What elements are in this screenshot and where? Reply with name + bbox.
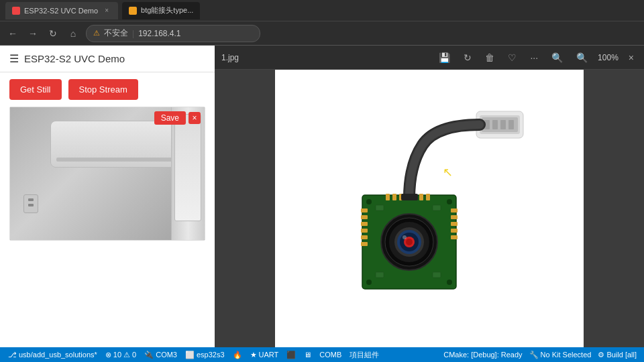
preview-close-button[interactable]: × (189, 112, 201, 124)
uart-icon: ★ (250, 351, 257, 359)
panel-title: ESP32-S2 UVC Demo (24, 53, 125, 64)
image-background: ↖ (275, 70, 584, 347)
button-row: Get Still Stop Stream (0, 72, 215, 107)
svg-rect-20 (451, 222, 458, 226)
svg-rect-42 (433, 272, 441, 278)
svg-rect-16 (361, 235, 368, 239)
svg-rect-28 (419, 194, 423, 200)
wall-outlet (23, 194, 38, 213)
status-flame[interactable]: 🔥 (229, 347, 246, 362)
toolbar-save-button[interactable]: 💾 (435, 51, 453, 64)
outlet-holes (24, 195, 38, 210)
flame-icon: 🔥 (233, 351, 242, 359)
image-canvas: ↖ (215, 70, 644, 347)
hamburger-icon[interactable]: ☰ (9, 52, 19, 65)
svg-rect-18 (451, 208, 458, 213)
address-input[interactable]: ⚠ 不安全 | 192.168.4.1 (86, 25, 260, 42)
svg-point-38 (402, 235, 407, 239)
right-panel: 1.jpg 💾 ↻ 🗑 ♡ ··· 🔍 🔍 100% × (215, 46, 644, 347)
tab-close-esp32[interactable]: × (102, 6, 111, 15)
git-branch-label: usb/add_usb_solutions* (19, 351, 97, 359)
status-build[interactable]: ⚙ Build [all] (594, 347, 640, 362)
status-bar: ⎇ usb/add_usb_solutions* ⊗ 10 ⚠ 0 🔌 COM3… (0, 347, 644, 362)
chip-label: esp32s3 (197, 351, 225, 359)
svg-rect-19 (451, 215, 458, 219)
status-monitor[interactable]: 🖥 (300, 347, 315, 362)
plug-icon: 🔌 (144, 351, 154, 359)
svg-rect-14 (361, 222, 368, 226)
image-toolbar: 1.jpg 💾 ↻ 🗑 ♡ ··· 🔍 🔍 100% × (215, 46, 644, 70)
status-uart[interactable]: ★ UART (246, 347, 283, 362)
svg-rect-23 (386, 194, 390, 200)
error-count: 10 (113, 351, 121, 359)
status-items[interactable]: 項目組件 (345, 347, 383, 362)
terminal-icon: ⬛ (286, 351, 296, 359)
toolbar-zoom-out-button[interactable]: 🔍 (548, 51, 566, 64)
status-git[interactable]: ⎇ usb/add_usb_solutions* (4, 347, 101, 362)
status-comb[interactable]: COMB (315, 347, 345, 362)
svg-point-11 (447, 280, 452, 285)
forward-button[interactable]: → (25, 26, 40, 41)
warning-label: 不安全 (104, 27, 128, 39)
back-button[interactable]: ← (5, 26, 20, 41)
ac-unit (50, 121, 191, 168)
get-still-button[interactable]: Get Still (9, 79, 62, 100)
save-button[interactable]: Save (154, 111, 186, 125)
warning-icon: ⚠ (93, 29, 100, 38)
svg-rect-15 (361, 229, 368, 233)
warning-icon-status: ⚠ (123, 351, 130, 359)
svg-rect-12 (361, 208, 368, 213)
stop-stream-button[interactable]: Stop Stream (68, 79, 138, 100)
warning-count: 0 (132, 351, 136, 359)
browser-tab-bar: ESP32-S2 UVC Demo × btg能接头type... (0, 0, 644, 21)
toolbar-rotate-button[interactable]: ↻ (460, 51, 475, 64)
svg-rect-29 (426, 194, 430, 200)
svg-rect-22 (451, 235, 458, 239)
chip-icon: ⬜ (185, 351, 195, 359)
svg-rect-17 (361, 242, 368, 246)
toolbar-zoom-in-button[interactable]: 🔍 (573, 51, 591, 64)
address-bar-row: ← → ↻ ⌂ ⚠ 不安全 | 192.168.4.1 (0, 21, 644, 46)
address-text: 192.168.4.1 (138, 29, 180, 38)
error-icon: ⊗ (105, 351, 111, 359)
svg-rect-24 (392, 194, 396, 200)
git-icon: ⎇ (8, 351, 17, 359)
toolbar-more-button[interactable]: ··· (527, 51, 541, 64)
svg-point-10 (366, 280, 372, 285)
svg-rect-4 (492, 120, 498, 129)
status-errors[interactable]: ⊗ 10 ⚠ 0 (101, 347, 140, 362)
status-cmake[interactable]: CMake: [Debug]: Ready (440, 347, 525, 362)
tab-btg[interactable]: btg能接头type... (122, 2, 200, 19)
refresh-button[interactable]: ↻ (46, 26, 60, 41)
svg-point-37 (406, 239, 413, 245)
home-button[interactable]: ⌂ (66, 26, 80, 41)
left-panel: ☰ ESP32-S2 UVC Demo Get Still Stop Strea… (0, 46, 215, 347)
svg-rect-6 (508, 120, 514, 129)
toolbar-heart-button[interactable]: ♡ (504, 51, 520, 64)
outlet-hole-1 (28, 198, 34, 201)
ac-slot (56, 158, 185, 162)
nokit-label: No Kit Selected (541, 351, 592, 359)
toolbar-delete-button[interactable]: 🗑 (482, 51, 498, 64)
svg-rect-21 (451, 229, 458, 233)
wrench-icon: 🔧 (529, 351, 539, 359)
svg-point-9 (447, 199, 452, 204)
status-terminal[interactable]: ⬛ (282, 347, 300, 362)
tab-favicon-btg (129, 7, 137, 15)
comb-label: COMB (319, 351, 341, 359)
status-com[interactable]: 🔌 COM3 (140, 347, 181, 362)
svg-rect-41 (376, 272, 384, 278)
items-label: 項目組件 (350, 350, 379, 360)
camera-preview: Save × (9, 107, 205, 241)
svg-rect-43 (401, 194, 418, 200)
toolbar-close-button[interactable]: × (625, 51, 637, 64)
build-all-label: [all] (625, 351, 637, 359)
status-nokit[interactable]: 🔧 No Kit Selected (526, 347, 595, 362)
camera-module-image (302, 81, 557, 336)
image-filename: 1.jpg (221, 53, 239, 62)
svg-rect-39 (376, 205, 384, 210)
tab-esp32[interactable]: ESP32-S2 UVC Demo × (5, 2, 118, 19)
zoom-level: 100% (598, 53, 619, 62)
monitor-icon: 🖥 (304, 351, 311, 359)
status-chip[interactable]: ⬜ esp32s3 (181, 347, 229, 362)
